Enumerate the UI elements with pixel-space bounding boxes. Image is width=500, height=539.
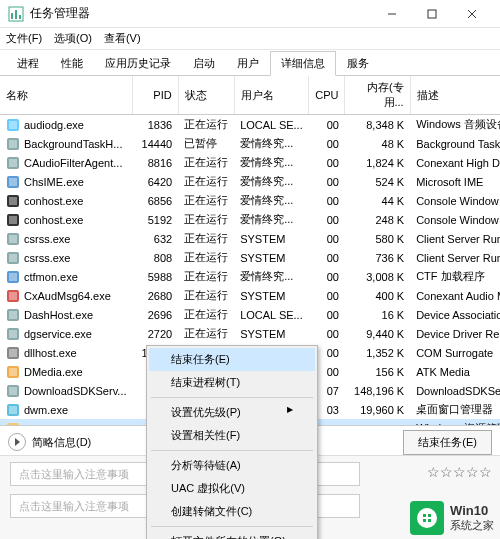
- svg-rect-9: [9, 121, 17, 129]
- svg-rect-29: [9, 311, 17, 319]
- submenu-arrow-icon: ▶: [287, 405, 293, 414]
- svg-rect-23: [9, 254, 17, 262]
- dwm-icon: [6, 403, 20, 417]
- col-name[interactable]: 名称: [0, 76, 133, 115]
- process-row[interactable]: BackgroundTaskH...14440已暂停爱情终究...0048 KB…: [0, 134, 500, 153]
- tab-2[interactable]: 应用历史记录: [94, 51, 182, 76]
- menu-separator: [151, 397, 313, 398]
- svg-rect-33: [9, 349, 17, 357]
- app-icon: [8, 6, 24, 22]
- menu-item[interactable]: 分析等待链(A): [149, 454, 315, 477]
- svg-rect-35: [9, 368, 17, 376]
- menu-separator: [151, 450, 313, 451]
- menu-item[interactable]: 打开文件所在的位置(O): [149, 530, 315, 539]
- menu-options[interactable]: 选项(O): [54, 31, 92, 46]
- brand-badge: Win10 系统之家: [410, 501, 494, 535]
- col-pid[interactable]: PID: [133, 76, 179, 115]
- end-task-button[interactable]: 结束任务(E): [403, 430, 492, 455]
- svg-rect-11: [9, 140, 17, 148]
- menu-view[interactable]: 查看(V): [104, 31, 141, 46]
- brand-logo-icon: [410, 501, 444, 535]
- svg-rect-15: [9, 178, 17, 186]
- process-row[interactable]: ctfmon.exe5988正在运行爱情终究...003,008 KCTF 加载…: [0, 267, 500, 286]
- col-status[interactable]: 状态: [178, 76, 234, 115]
- menu-item[interactable]: 结束进程树(T): [149, 371, 315, 394]
- svg-rect-50: [428, 514, 431, 517]
- rating-stars[interactable]: ☆☆☆☆☆: [427, 464, 492, 480]
- brand-line2: 系统之家: [450, 518, 494, 532]
- col-mem[interactable]: 内存(专用...: [345, 76, 410, 115]
- ime-icon: [6, 175, 20, 189]
- atk-icon: [6, 365, 20, 379]
- svg-rect-31: [9, 330, 17, 338]
- svg-rect-3: [19, 15, 21, 19]
- cx-icon: [6, 289, 20, 303]
- svg-rect-52: [428, 519, 431, 522]
- svg-rect-2: [15, 10, 17, 19]
- console-icon: [6, 213, 20, 227]
- tab-0[interactable]: 进程: [6, 51, 50, 76]
- svg-rect-39: [9, 406, 17, 414]
- generic-icon: [6, 137, 20, 151]
- generic-icon: [6, 232, 20, 246]
- audio-icon: [6, 118, 20, 132]
- generic-icon: [6, 251, 20, 265]
- process-row[interactable]: csrss.exe808正在运行SYSTEM00736 KClient Serv…: [0, 248, 500, 267]
- process-row[interactable]: DashHost.exe2696正在运行LOCAL SE...0016 KDev…: [0, 305, 500, 324]
- svg-rect-27: [9, 292, 17, 300]
- ctf-icon: [6, 270, 20, 284]
- process-row[interactable]: dgservice.exe2720正在运行SYSTEM009,440 KDevi…: [0, 324, 500, 343]
- generic-icon: [6, 156, 20, 170]
- svg-rect-19: [9, 216, 17, 224]
- brand-line1: Win10: [450, 504, 494, 518]
- svg-rect-25: [9, 273, 17, 281]
- less-details[interactable]: 简略信息(D): [32, 435, 91, 450]
- context-menu[interactable]: 结束任务(E)结束进程树(T)设置优先级(P)▶设置相关性(F)分析等待链(A)…: [146, 345, 318, 539]
- process-row[interactable]: conhost.exe6856正在运行爱情终究...0044 KConsole …: [0, 191, 500, 210]
- tab-6[interactable]: 服务: [336, 51, 380, 76]
- tab-1[interactable]: 性能: [50, 51, 94, 76]
- window-title: 任务管理器: [30, 5, 372, 22]
- minimize-button[interactable]: [372, 1, 412, 27]
- console-icon: [6, 194, 20, 208]
- close-button[interactable]: [452, 1, 492, 27]
- col-user[interactable]: 用户名: [234, 76, 309, 115]
- menu-item[interactable]: 设置相关性(F): [149, 424, 315, 447]
- process-row[interactable]: CAudioFilterAgent...8816正在运行爱情终究...001,8…: [0, 153, 500, 172]
- col-desc[interactable]: 描述: [410, 76, 500, 115]
- menu-item[interactable]: UAC 虚拟化(V): [149, 477, 315, 500]
- tab-3[interactable]: 启动: [182, 51, 226, 76]
- process-row[interactable]: CxAudMsg64.exe2680正在运行SYSTEM00400 KConex…: [0, 286, 500, 305]
- dll-icon: [6, 346, 20, 360]
- menu-item[interactable]: 设置优先级(P)▶: [149, 401, 315, 424]
- col-cpu[interactable]: CPU: [309, 76, 345, 115]
- generic-icon: [6, 308, 20, 322]
- tab-5[interactable]: 详细信息: [270, 51, 336, 76]
- svg-rect-5: [428, 10, 436, 18]
- menu-separator: [151, 526, 313, 527]
- svg-rect-49: [423, 514, 426, 517]
- svg-point-48: [417, 508, 437, 528]
- process-row[interactable]: audiodg.exe1836正在运行LOCAL SE...008,348 KW…: [0, 115, 500, 135]
- svg-rect-13: [9, 159, 17, 167]
- maximize-button[interactable]: [412, 1, 452, 27]
- menu-item[interactable]: 创建转储文件(C): [149, 500, 315, 523]
- process-row[interactable]: ChsIME.exe6420正在运行爱情终究...00524 KMicrosof…: [0, 172, 500, 191]
- generic-icon: [6, 384, 20, 398]
- svg-rect-51: [423, 519, 426, 522]
- generic-icon: [6, 327, 20, 341]
- svg-rect-37: [9, 387, 17, 395]
- process-row[interactable]: csrss.exe632正在运行SYSTEM00580 KClient Serv…: [0, 229, 500, 248]
- tab-4[interactable]: 用户: [226, 51, 270, 76]
- svg-rect-1: [11, 13, 13, 19]
- svg-rect-17: [9, 197, 17, 205]
- expand-icon[interactable]: [8, 433, 26, 451]
- process-row[interactable]: conhost.exe5192正在运行爱情终究...00248 KConsole…: [0, 210, 500, 229]
- menu-file[interactable]: 文件(F): [6, 31, 42, 46]
- svg-rect-21: [9, 235, 17, 243]
- menu-item[interactable]: 结束任务(E): [149, 348, 315, 371]
